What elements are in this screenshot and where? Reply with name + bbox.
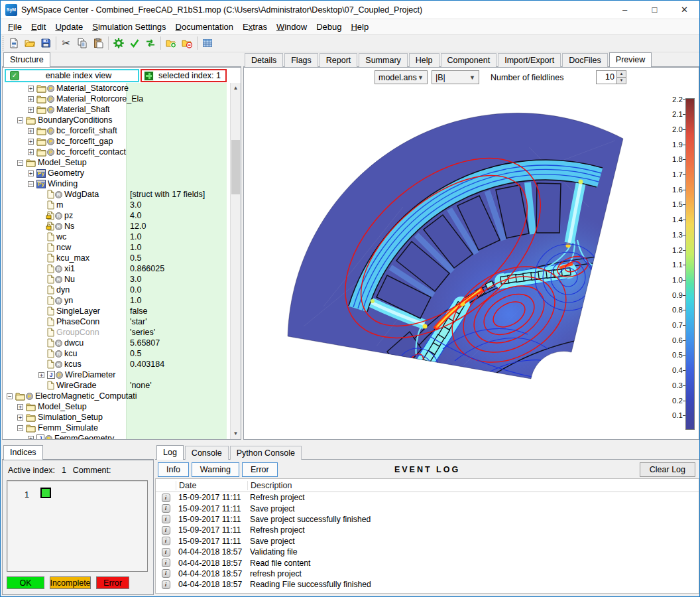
copy-icon[interactable] xyxy=(74,35,90,51)
collapse-icon[interactable]: − xyxy=(28,181,34,187)
fieldlines-value[interactable]: 10 xyxy=(597,71,616,84)
tree-item-material_rotorcore_ela[interactable]: +PMaterial_Rotorcore_Ela xyxy=(3,94,230,104)
log-row[interactable]: i04-04-2018 18:57Validating file xyxy=(156,547,699,557)
status-error-button[interactable]: Error xyxy=(96,576,129,589)
tree-item-m[interactable]: m3.0 xyxy=(3,200,230,210)
status-incomplete-button[interactable]: Incomplete xyxy=(50,576,91,589)
filter-warning-button[interactable]: Warning xyxy=(192,462,239,477)
log-row[interactable]: i04-04-2018 18:57Read file content xyxy=(156,557,699,568)
sync-arrows-icon[interactable] xyxy=(143,35,158,51)
clear-log-button[interactable]: Clear Log xyxy=(640,462,695,477)
tree-item-material_shaft[interactable]: +PMaterial_Shaft xyxy=(3,104,230,115)
menu-simulation-settings[interactable]: Simulation Settings xyxy=(88,21,170,33)
new-icon[interactable] xyxy=(6,35,22,51)
tree-item-singlelayer[interactable]: SingleLayerfalse xyxy=(3,306,230,316)
tree-item-ncw[interactable]: ncw1.0 xyxy=(3,242,230,253)
fieldlines-spinner[interactable]: 10 ▲▼ xyxy=(596,70,626,84)
maximize-button[interactable]: □ xyxy=(640,1,670,19)
filter-error-button[interactable]: Error xyxy=(242,462,278,477)
tree-item-bc_forcefit_contact[interactable]: +Pbc_forcefit_contact xyxy=(3,147,230,157)
folder-remove-icon[interactable] xyxy=(179,35,195,51)
tree-item-model_setup[interactable]: −Model_Setup xyxy=(3,157,230,168)
collapse-icon[interactable]: − xyxy=(17,425,23,431)
tree-item-nu[interactable]: RNu3.0 xyxy=(3,274,230,285)
menu-update[interactable]: Update xyxy=(50,21,88,33)
folder-add-icon[interactable] xyxy=(163,35,179,51)
tree-item-kcus[interactable]: Rkcus0.403184 xyxy=(3,359,230,369)
grid-table-icon[interactable] xyxy=(200,35,215,51)
run-gear-icon[interactable] xyxy=(111,35,127,51)
expand-icon[interactable]: + xyxy=(17,415,23,421)
spin-down-icon[interactable]: ▼ xyxy=(617,77,626,84)
tree-item-wdgdata[interactable]: RWdgData[struct with 17 fields] xyxy=(3,189,230,200)
toolbar-grip[interactable] xyxy=(2,36,4,50)
horizontal-splitter[interactable] xyxy=(1,440,699,445)
menu-documentation[interactable]: Documentation xyxy=(171,21,238,33)
close-button[interactable]: ✕ xyxy=(670,1,699,19)
collapse-icon[interactable]: − xyxy=(7,393,13,399)
expand-icon[interactable]: + xyxy=(28,436,34,440)
expand-icon[interactable]: + xyxy=(28,86,34,92)
expand-icon[interactable]: + xyxy=(38,372,44,378)
selected-index-box[interactable]: selected index: 1 xyxy=(141,69,227,82)
scroll-thumb[interactable] xyxy=(231,140,240,194)
tab-indices[interactable]: Indices xyxy=(3,445,43,460)
tab-preview[interactable]: Preview xyxy=(609,52,652,67)
tree-item-ns[interactable]: RNs12.0 xyxy=(3,221,230,232)
menu-window[interactable]: Window xyxy=(272,21,312,33)
tab-component[interactable]: Component xyxy=(441,53,497,67)
expand-icon[interactable]: + xyxy=(28,107,34,113)
validate-check-icon[interactable] xyxy=(127,35,143,51)
tab-structure[interactable]: Structure xyxy=(3,52,50,67)
tab-import-export[interactable]: Import/Export xyxy=(498,53,561,67)
spin-up-icon[interactable]: ▲ xyxy=(617,71,626,77)
filter-info-button[interactable]: Info xyxy=(158,462,189,477)
cut-icon[interactable]: ✂ xyxy=(58,35,74,51)
menu-debug[interactable]: Debug xyxy=(312,21,346,33)
tree-item-phaseconn[interactable]: PhaseConn'star' xyxy=(3,316,230,327)
tab-summary[interactable]: Summary xyxy=(359,53,407,67)
open-icon[interactable] xyxy=(22,35,38,51)
log-row[interactable]: i15-09-2017 11:11Refresh project xyxy=(156,525,699,535)
collapse-icon[interactable]: − xyxy=(17,160,23,166)
scroll-up-icon[interactable]: ▲ xyxy=(231,83,241,94)
tree-item-dwcu[interactable]: Rdwcu5.65807 xyxy=(3,338,230,348)
status-ok-button[interactable]: OK xyxy=(7,576,44,589)
tree-item-xi1[interactable]: Rxi10.866025 xyxy=(3,263,230,274)
log-row[interactable]: i15-09-2017 11:11Save project xyxy=(156,503,699,513)
expand-icon[interactable]: + xyxy=(28,139,34,145)
tree-item-groupconn[interactable]: GroupConn'series' xyxy=(3,327,230,338)
expand-icon[interactable]: + xyxy=(28,170,34,176)
index-status-square[interactable] xyxy=(40,488,51,498)
tree-item-wiregrade[interactable]: WireGrade'none' xyxy=(3,380,230,391)
tab-docfiles[interactable]: DocFiles xyxy=(562,53,608,67)
checkbox-icon[interactable]: ✓ xyxy=(10,71,19,80)
menu-help[interactable]: Help xyxy=(346,21,373,33)
collapse-icon[interactable]: − xyxy=(17,117,23,123)
menu-edit[interactable]: Edit xyxy=(27,21,50,33)
tree-item-kcu_max[interactable]: kcu_max0.5 xyxy=(3,253,230,263)
result-file-select[interactable]: model.ans▼ xyxy=(375,70,428,84)
tree-item-simulation_setup[interactable]: +Simulation_Setup xyxy=(3,412,230,423)
paste-icon[interactable] xyxy=(90,35,106,51)
tab-python-console[interactable]: Python Console xyxy=(230,446,302,460)
column-description[interactable]: Description xyxy=(247,481,699,490)
tree-item-boundaryconditions[interactable]: −BoundaryConditions xyxy=(3,115,230,125)
expand-icon[interactable]: + xyxy=(28,128,34,134)
menu-file[interactable]: File xyxy=(3,21,27,33)
tab-console[interactable]: Console xyxy=(185,446,229,460)
expand-icon[interactable]: + xyxy=(28,149,34,155)
tree-item-material_statorcore[interactable]: +PMaterial_Statorcore xyxy=(3,83,230,94)
log-row[interactable]: i15-09-2017 11:11Save project xyxy=(156,536,699,547)
tree-item-pz[interactable]: Rpz4.0 xyxy=(3,210,230,221)
tree-item-winding[interactable]: −PyWinding xyxy=(3,178,230,189)
save-icon[interactable] xyxy=(38,35,54,51)
add-index-icon[interactable] xyxy=(144,71,154,81)
tree-item-femmgeometry[interactable]: +JPFemmGeometry xyxy=(3,433,230,439)
tree-item-yn[interactable]: Ryn1.0 xyxy=(3,295,230,306)
tab-log[interactable]: Log xyxy=(156,445,184,460)
menu-extras[interactable]: Extras xyxy=(238,21,272,33)
tab-help[interactable]: Help xyxy=(409,53,439,67)
tab-report[interactable]: Report xyxy=(320,53,358,67)
log-row[interactable]: i04-04-2018 18:57refresh project xyxy=(156,568,699,579)
